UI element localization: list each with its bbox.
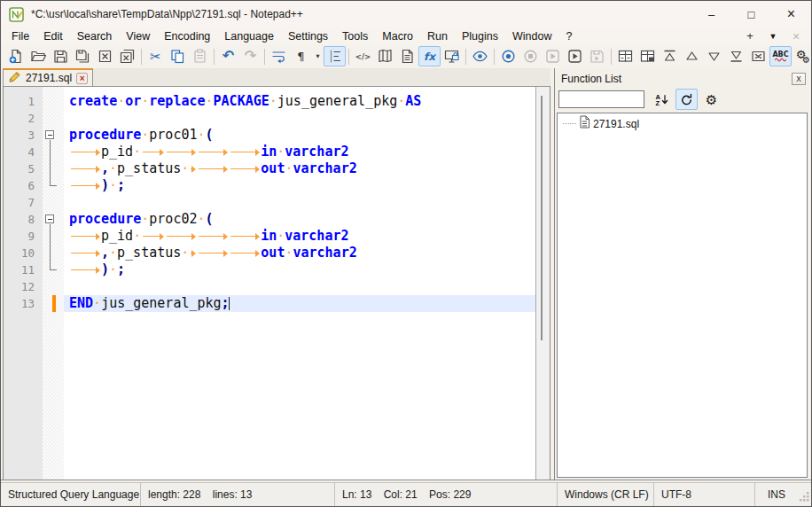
code-line[interactable] [64,194,535,211]
word-wrap-button[interactable] [268,46,290,66]
svg-text:↷: ↷ [245,48,257,64]
hide-lines-button[interactable] [747,46,769,66]
new-file-button[interactable] [5,46,27,66]
fold-margin[interactable] [43,160,64,177]
fold-margin[interactable] [43,177,64,194]
menu-item-language[interactable]: Language [217,29,281,43]
uncollapse-current-fold-button[interactable] [703,46,725,66]
fold-margin[interactable] [43,245,64,261]
monitoring-eye-button[interactable] [469,46,491,66]
tab-close-icon[interactable]: × [76,73,88,84]
menubar-dropdown-icon[interactable]: ▼ [761,32,785,41]
menubar-close-tab-icon[interactable]: × [785,29,808,43]
macro-save-button[interactable] [586,46,608,66]
show-chars-dropdown-button[interactable]: ▼ [312,46,324,66]
cut-button[interactable]: ✂ [144,46,167,66]
redo-button[interactable]: ↷ [239,46,262,66]
menu-item-encoding[interactable]: Encoding [157,29,217,43]
undo-button[interactable]: ↶ [217,46,239,66]
html-tags-button[interactable]: </> [352,46,374,66]
editor-vertical-scrollbar[interactable] [535,87,550,480]
code-line[interactable]: procedure·proc02·( [64,211,535,228]
fold-margin[interactable] [43,261,64,278]
code-line[interactable]: p_id·in·varchar2 [64,144,535,160]
folder-as-workspace-button[interactable] [441,46,463,66]
window-close-button[interactable]: × [771,1,811,27]
code-line[interactable]: procedure·proc01·( [64,127,535,144]
fold-margin[interactable] [43,110,64,127]
macro-record-button[interactable] [497,46,519,66]
scrollbar-thumb[interactable] [541,96,543,340]
menu-item-view[interactable]: View [119,29,157,43]
menu-item-window[interactable]: Window [505,29,558,43]
fold-margin[interactable] [43,295,64,312]
fold-margin[interactable] [43,194,64,211]
code-line[interactable] [64,110,535,127]
macro-run-multiple-button[interactable] [564,46,586,66]
code-line[interactable]: )·; [64,177,535,194]
grid-panel-1-button[interactable] [614,46,636,66]
save-button[interactable] [50,46,72,66]
function-list-tree[interactable]: 27191.sql [557,113,808,478]
tab-arrow-icon [69,160,101,177]
sort-az-button[interactable]: AZ [651,89,673,110]
menu-item-search[interactable]: Search [70,29,120,43]
fold-collapse-box[interactable] [45,214,54,223]
indent-guide-button[interactable] [324,46,346,66]
fold-margin[interactable] [43,228,64,245]
show-all-characters-button[interactable]: ¶ [290,46,312,66]
code-line[interactable]: ,·p_status·out·varchar2 [64,245,535,261]
code-token: jus_general_pkg [277,93,397,109]
menu-item-run[interactable]: Run [420,29,455,43]
macro-play-button[interactable] [542,46,564,66]
menubar-plus-icon[interactable]: + [738,29,761,43]
function-list-search-input[interactable] [558,90,644,108]
code-line[interactable]: ,·p_status·out·varchar2 [64,160,535,177]
open-file-button[interactable] [27,46,50,66]
macro-stop-button[interactable] [519,46,542,66]
fold-margin[interactable] [43,93,64,110]
code-line[interactable] [64,278,535,295]
close-file-button[interactable] [94,46,116,66]
spell-check-button[interactable]: ABC [769,46,792,66]
fold-margin[interactable] [43,127,64,144]
menu-item-edit[interactable]: Edit [36,29,70,43]
grid-panel-2-button[interactable] [636,46,659,66]
resize-grip-icon[interactable] [799,491,810,505]
paste-button[interactable] [189,46,211,66]
window-minimize-button[interactable]: – [691,1,731,27]
window-maximize-button[interactable]: □ [731,1,771,27]
function-list-button[interactable]: fx [418,46,441,66]
collapse-all-folds-button[interactable] [659,46,681,66]
code-line[interactable]: END·jus_general_pkg; [64,295,535,312]
copy-button[interactable] [167,46,189,66]
panel-close-icon[interactable]: x [792,73,806,85]
menu-item-file[interactable]: File [4,29,36,43]
close-all-button[interactable] [116,46,138,66]
code-line[interactable]: )·; [64,261,535,278]
menu-item-settings[interactable]: Settings [281,29,335,43]
keyword-token: varchar2 [293,160,356,176]
fold-margin[interactable] [43,144,64,160]
document-list-button[interactable] [396,46,418,66]
reload-button[interactable] [675,89,698,110]
menu-item-tools[interactable]: Tools [335,29,375,43]
document-map-button[interactable] [374,46,396,66]
preferences-button[interactable]: ⚙ [700,89,722,110]
editor-text-area[interactable]: 1create·or·replace·PACKAGE·jus_general_p… [4,87,535,480]
code-line[interactable]: p_id·in·varchar2 [64,228,535,245]
fold-margin[interactable] [43,278,64,295]
code-line[interactable]: create·or·replace·PACKAGE·jus_general_pk… [64,93,535,110]
menu-item-macro[interactable]: Macro [375,29,420,43]
plugin-gears-button[interactable]: ⚙⚙ [792,46,812,66]
collapse-current-fold-button[interactable] [681,46,703,66]
menu-item-plugins[interactable]: Plugins [455,29,505,43]
function-list-item[interactable]: 27191.sql [561,116,807,131]
fold-collapse-box[interactable] [45,130,54,139]
uncollapse-all-folds-button[interactable] [725,46,747,66]
fold-margin[interactable] [43,211,64,228]
editor[interactable]: 1create·or·replace·PACKAGE·jus_general_p… [3,87,550,480]
save-all-button[interactable] [72,46,94,66]
menu-item-help[interactable]: ? [558,29,579,43]
tab-27191.sql[interactable]: 27191.sql× [3,68,93,86]
